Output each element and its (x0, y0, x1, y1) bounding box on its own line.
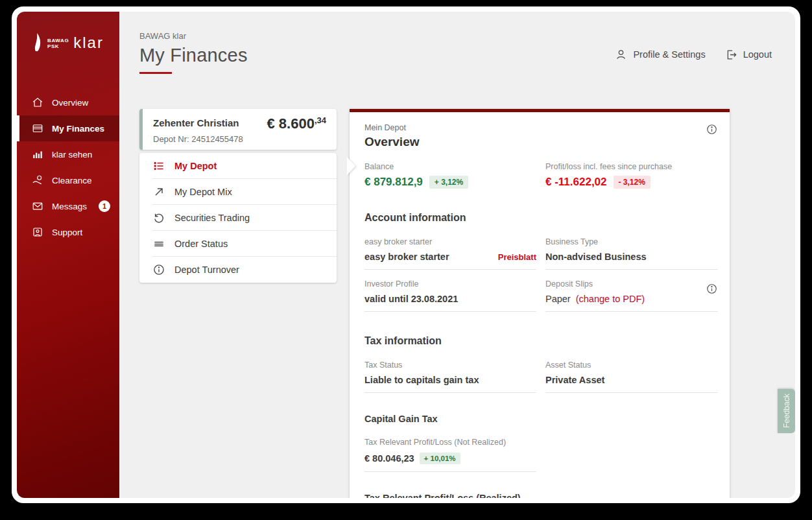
content-row: Zehenter Christian Depot Nr: 24512455478… (119, 74, 795, 498)
lines-icon (152, 237, 165, 250)
bawag-flame-icon (32, 32, 43, 52)
field-label: Deposit Slips (545, 278, 718, 290)
list-icon (152, 160, 165, 172)
field-empty (545, 428, 718, 471)
sidebar-item-label: My Finances (52, 124, 104, 134)
sidebar-item-overview[interactable]: Overview (17, 89, 119, 115)
panel-eyebrow: Mein Depot (364, 123, 420, 132)
account-information-grid: easy broker starter easy broker starter … (364, 228, 718, 312)
capital-gain-grid: Tax Relevant Profit/Loss (Not Realized) … (364, 428, 718, 471)
field-label: Asset Status (545, 359, 718, 371)
sidebar-item-my-finances[interactable]: My Finances (17, 115, 119, 141)
page-title-block: BAWAG klar My Finances (139, 31, 248, 74)
menu-item-label: My Depot (174, 161, 217, 171)
profit-loss-label: Profit/loss incl. fees since purchase (545, 162, 718, 171)
logout-icon (725, 49, 737, 61)
overview-info-icon[interactable] (706, 123, 718, 136)
not-realized-badge: + 10,01% (420, 453, 460, 464)
sidebar-nav: Overview My Finances klar sehen (17, 89, 119, 245)
brand-logo: BAWAG PSK klar (32, 32, 119, 52)
field-value: valid until 23.08.2021 (364, 294, 536, 304)
realized-title: Tax Relevant Profit/Loss (Realized) (364, 493, 718, 499)
capital-gain-tax-title: Capital Gain Tax (364, 414, 718, 424)
balance-value: € 879.812,9 + 3,12% (364, 176, 545, 189)
logout-button[interactable]: Logout (725, 35, 772, 74)
sidebar-item-messages[interactable]: Messags 1 (17, 193, 119, 219)
profit-loss-stat: Profit/loss incl. fees since purchase € … (545, 162, 718, 189)
arrow-up-right-icon (152, 185, 165, 198)
profile-settings-button[interactable]: Profile & Settings (615, 35, 705, 74)
menu-item-label: Depot Turnover (174, 265, 239, 275)
menu-item-label: My Depot Mix (174, 187, 232, 197)
deposit-slips-value: Paper (545, 294, 571, 304)
history-icon (152, 211, 165, 224)
sidebar-item-label: Clearance (52, 176, 92, 185)
sidebar-item-klar-sehen[interactable]: klar sehen (17, 141, 119, 167)
title-underline (139, 72, 172, 74)
sidebar: BAWAG PSK klar Overview My Finances (17, 12, 119, 498)
depot-overview-panel: Mein Depot Overview Balance € 879.812,9 (350, 109, 730, 498)
page-title: My Finances (139, 45, 248, 66)
home-icon (32, 97, 43, 108)
menu-item-label: Order Status (174, 239, 228, 249)
main-area: BAWAG klar My Finances Profile & Setting… (119, 12, 795, 498)
field-business-type: Business Type Non-advised Business (545, 228, 718, 270)
product-value: easy broker starter (364, 252, 449, 262)
sidebar-item-label: klar sehen (52, 150, 92, 160)
deposit-slips-info-icon[interactable] (706, 283, 718, 295)
depot-column: Zehenter Christian Depot Nr: 24512455478… (139, 109, 337, 283)
bar-chart-icon (32, 148, 43, 160)
change-to-pdf-link[interactable]: (change to PDF) (576, 294, 645, 304)
depot-number: Depot Nr: 24512455478 (153, 134, 326, 144)
panel-title-block: Mein Depot Overview (364, 123, 420, 149)
support-person-icon (32, 226, 43, 238)
field-label: Business Type (545, 236, 718, 248)
field-product: easy broker starter easy broker starter … (364, 228, 536, 270)
panel-title: Overview (364, 135, 420, 149)
depot-menu: My Depot My Depot Mix (139, 153, 337, 283)
field-asset-status: Asset Status Private Asset (545, 351, 718, 393)
brand-bawag-psk: BAWAG PSK (47, 38, 69, 52)
depot-amount-fraction: ,34 (315, 115, 326, 125)
balance-stat: Balance € 879.812,9 + 3,12% (364, 162, 545, 189)
sidebar-item-support[interactable]: Support (17, 219, 119, 245)
field-investor-profile: Investor Profile valid until 23.08.2021 (364, 270, 536, 312)
feedback-tab[interactable]: Feedback (778, 389, 795, 433)
unread-messages-badge: 1 (99, 200, 110, 212)
finances-card-icon (32, 123, 43, 134)
balance-change-badge: + 3,12% (429, 176, 468, 189)
menu-item-my-depot[interactable]: My Depot (152, 153, 337, 179)
preisblatt-link[interactable]: Preisblatt (498, 252, 536, 262)
field-tax-status: Tax Status Liable to capitals gain tax (364, 351, 536, 393)
field-deposit-slips: Deposit Slips Paper (change to PDF) (545, 270, 718, 312)
sidebar-item-label: Messags (52, 202, 87, 211)
profit-loss-change-badge: - 3,12% (614, 176, 651, 189)
sidebar-item-clearance[interactable]: Clearance (17, 167, 119, 193)
menu-item-securities-trading[interactable]: Securities Trading (152, 205, 337, 231)
tax-information-title: Tax information (364, 335, 718, 347)
menu-item-order-status[interactable]: Order Status (152, 231, 337, 257)
menu-item-label: Securities Trading (174, 213, 250, 223)
field-value: Non-advised Business (545, 252, 718, 262)
profit-loss-amount: € -11.622,02 (545, 176, 607, 189)
profile-icon (615, 49, 627, 61)
field-label: Tax Status (364, 359, 536, 371)
breadcrumb: BAWAG klar (139, 31, 248, 41)
sidebar-item-label: Overview (52, 98, 88, 108)
header-actions: Profile & Settings Logout (615, 31, 772, 74)
menu-item-my-depot-mix[interactable]: My Depot Mix (152, 179, 337, 205)
depot-summary-card[interactable]: Zehenter Christian Depot Nr: 24512455478… (139, 109, 337, 150)
active-item-pointer (347, 157, 355, 175)
field-value: Private Asset (545, 375, 718, 385)
balance-label: Balance (364, 162, 545, 171)
field-label: easy broker starter (364, 236, 536, 248)
info-icon (152, 263, 165, 276)
brand-product: klar (73, 35, 104, 52)
field-value: Liable to capitals gain tax (364, 375, 536, 385)
app-frame: BAWAG PSK klar Overview My Finances (17, 12, 795, 498)
not-realized-amount: € 80.046,23 (364, 453, 414, 464)
menu-item-depot-turnover[interactable]: Depot Turnover (152, 257, 337, 283)
brand-line1: BAWAG (47, 38, 69, 43)
depot-amount: € 8.600,34 (267, 115, 326, 132)
field-label: Investor Profile (364, 278, 536, 290)
